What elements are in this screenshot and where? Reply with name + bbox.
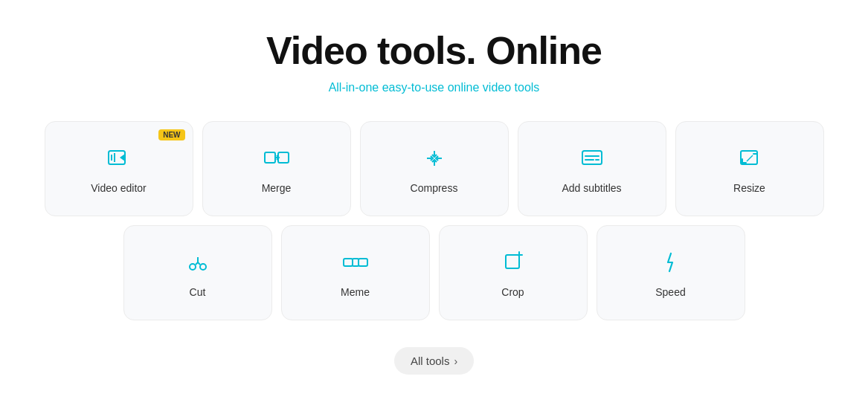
tool-label-video-editor: Video editor — [91, 182, 146, 194]
meme-icon — [341, 248, 370, 277]
svg-rect-22 — [344, 259, 353, 266]
crop-icon — [498, 248, 528, 277]
svg-rect-25 — [506, 255, 519, 268]
tool-label-meme: Meme — [341, 286, 370, 298]
svg-line-20 — [198, 262, 200, 265]
tool-label-compress: Compress — [411, 182, 458, 194]
new-badge: NEW — [158, 129, 184, 140]
merge-icon — [262, 143, 292, 173]
tool-label-add-subtitles: Add subtitles — [562, 182, 621, 194]
tool-label-crop: Crop — [501, 286, 524, 298]
svg-marker-1 — [120, 154, 125, 161]
tool-card-compress[interactable]: Compress — [360, 121, 509, 216]
page-title: Video tools. Online — [266, 30, 602, 72]
page-header: Video tools. Online All-in-one easy-to-u… — [266, 30, 602, 94]
svg-rect-23 — [353, 259, 359, 266]
subtitle-highlight: online — [448, 81, 480, 94]
tool-label-resize: Resize — [733, 182, 765, 194]
tools-row-2: Cut Meme Crop Speed — [25, 225, 843, 320]
svg-line-16 — [747, 155, 753, 161]
svg-rect-4 — [265, 152, 275, 163]
tool-card-resize[interactable]: Resize — [675, 121, 824, 216]
all-tools-button[interactable]: All tools › — [394, 347, 474, 375]
tools-grid: NEW Video editor Merge — [25, 121, 843, 329]
tool-label-cut: Cut — [190, 286, 206, 298]
svg-point-18 — [200, 264, 206, 270]
svg-point-17 — [190, 264, 196, 270]
chevron-right-icon: › — [454, 355, 457, 367]
tools-row-1: NEW Video editor Merge — [25, 121, 843, 216]
add-subtitles-icon — [577, 143, 607, 173]
subtitle: All-in-one easy-to-use online video tool… — [266, 81, 602, 94]
tool-label-speed: Speed — [655, 286, 685, 298]
cut-icon — [183, 248, 213, 277]
all-tools-label: All tools — [411, 355, 450, 367]
tool-label-merge: Merge — [262, 182, 292, 194]
tool-card-cut[interactable]: Cut — [123, 225, 272, 320]
speed-icon — [656, 248, 686, 277]
subtitle-prefix: All-in-one easy-to-use — [329, 81, 448, 94]
video-editor-icon — [104, 143, 134, 173]
resize-icon — [735, 143, 765, 173]
tool-card-video-editor[interactable]: NEW Video editor — [45, 121, 193, 216]
tool-card-speed[interactable]: Speed — [597, 225, 745, 320]
tool-card-meme[interactable]: Meme — [281, 225, 430, 320]
tool-card-add-subtitles[interactable]: Add subtitles — [518, 121, 666, 216]
subtitle-suffix: video tools — [479, 81, 539, 94]
tool-card-crop[interactable]: Crop — [439, 225, 588, 320]
svg-rect-24 — [359, 259, 367, 266]
svg-rect-11 — [582, 151, 602, 164]
tool-card-merge[interactable]: Merge — [202, 121, 351, 216]
compress-icon — [419, 143, 449, 173]
